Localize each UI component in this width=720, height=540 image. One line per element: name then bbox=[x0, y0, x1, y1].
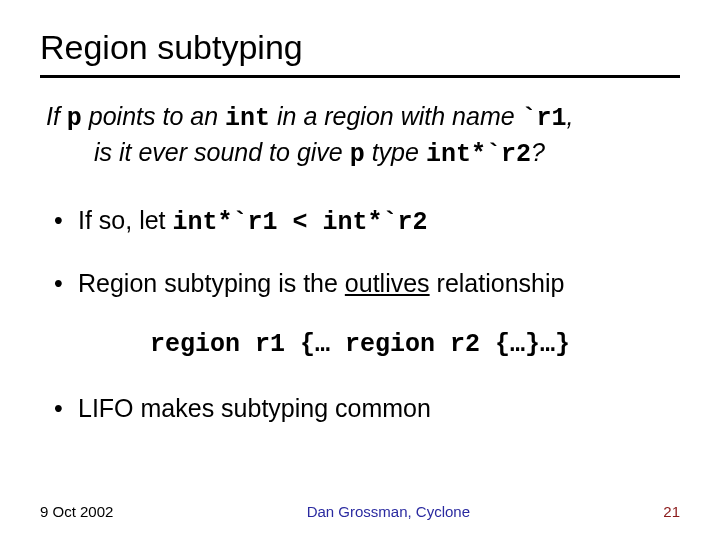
lead-code-r1: `r1 bbox=[522, 104, 567, 133]
bullet-list-2: LIFO makes subtyping common bbox=[40, 393, 680, 424]
lead-text: is it ever sound to give bbox=[94, 138, 350, 166]
footer-date: 9 Oct 2002 bbox=[40, 503, 113, 520]
footer-author: Dan Grossman, Cyclone bbox=[307, 503, 470, 520]
code-block: region r1 {… region r2 {…}…} bbox=[40, 330, 680, 359]
lead-text: type bbox=[365, 138, 426, 166]
lead-comma: , bbox=[567, 102, 574, 130]
lead-q: ? bbox=[531, 138, 545, 166]
code-op: < bbox=[278, 208, 323, 237]
bullet-text: Region subtyping is the bbox=[78, 269, 345, 297]
bullet-list: If so, let int*`r1 < int*`r2 Region subt… bbox=[40, 205, 680, 300]
lead-paragraph: If p points to an int in a region with n… bbox=[40, 100, 680, 171]
code-lhs: int*`r1 bbox=[172, 208, 277, 237]
lead-code-p2: p bbox=[350, 140, 365, 169]
bullet-text: LIFO makes subtyping common bbox=[78, 394, 431, 422]
bullet-item: LIFO makes subtyping common bbox=[54, 393, 680, 424]
bullet-underline: outlives bbox=[345, 269, 430, 297]
title-rule bbox=[40, 75, 680, 78]
lead-text: in a region with name bbox=[270, 102, 522, 130]
lead-code-type: int*`r2 bbox=[426, 140, 531, 169]
slide: Region subtyping If p points to an int i… bbox=[0, 0, 720, 540]
footer-page-number: 21 bbox=[663, 503, 680, 520]
lead-text: points to an bbox=[82, 102, 225, 130]
lead-text: If bbox=[46, 102, 67, 130]
bullet-text: relationship bbox=[430, 269, 565, 297]
slide-title: Region subtyping bbox=[40, 28, 680, 67]
code-rhs: int*`r2 bbox=[323, 208, 428, 237]
lead-code-p: p bbox=[67, 104, 82, 133]
bullet-item: If so, let int*`r1 < int*`r2 bbox=[54, 205, 680, 238]
footer: 9 Oct 2002 Dan Grossman, Cyclone 21 bbox=[40, 503, 680, 520]
bullet-item: Region subtyping is the outlives relatio… bbox=[54, 268, 680, 299]
bullet-text: If so, let bbox=[78, 206, 172, 234]
lead-code-int: int bbox=[225, 104, 270, 133]
